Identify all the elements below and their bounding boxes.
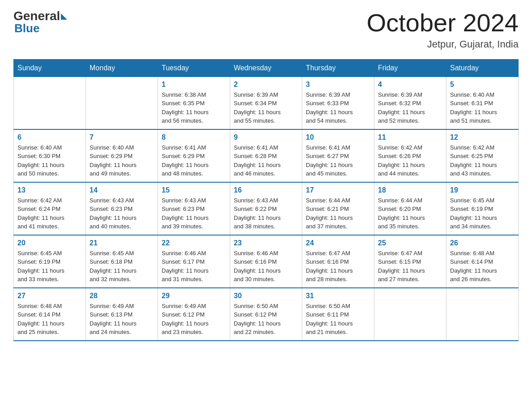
day-cell: 17Sunrise: 6:44 AM Sunset: 6:21 PM Dayli… [302, 182, 374, 235]
logo: General Blue [13, 9, 67, 35]
week-row-5: 27Sunrise: 6:48 AM Sunset: 6:14 PM Dayli… [14, 288, 519, 341]
header-sunday: Sunday [14, 59, 86, 77]
day-cell: 1Sunrise: 6:38 AM Sunset: 6:35 PM Daylig… [158, 77, 230, 129]
day-cell: 7Sunrise: 6:40 AM Sunset: 6:29 PM Daylig… [86, 129, 158, 182]
day-cell: 31Sunrise: 6:50 AM Sunset: 6:11 PM Dayli… [302, 288, 374, 341]
day-number: 5 [450, 81, 515, 89]
day-cell: 16Sunrise: 6:43 AM Sunset: 6:22 PM Dayli… [230, 182, 302, 235]
day-info: Sunrise: 6:49 AM Sunset: 6:13 PM Dayligh… [90, 302, 154, 337]
day-info: Sunrise: 6:45 AM Sunset: 6:19 PM Dayligh… [450, 196, 515, 231]
day-info: Sunrise: 6:41 AM Sunset: 6:27 PM Dayligh… [306, 143, 370, 178]
day-number: 11 [378, 133, 442, 141]
day-cell: 6Sunrise: 6:40 AM Sunset: 6:30 PM Daylig… [14, 129, 86, 182]
day-number: 6 [17, 133, 82, 141]
day-number: 21 [90, 239, 154, 247]
day-info: Sunrise: 6:42 AM Sunset: 6:24 PM Dayligh… [17, 196, 82, 231]
day-info: Sunrise: 6:45 AM Sunset: 6:19 PM Dayligh… [17, 249, 82, 284]
day-cell: 24Sunrise: 6:47 AM Sunset: 6:16 PM Dayli… [302, 235, 374, 288]
week-row-1: 1Sunrise: 6:38 AM Sunset: 6:35 PM Daylig… [14, 77, 519, 129]
day-info: Sunrise: 6:40 AM Sunset: 6:29 PM Dayligh… [90, 143, 154, 178]
main-title: October 2024 [367, 9, 519, 37]
day-info: Sunrise: 6:38 AM Sunset: 6:35 PM Dayligh… [162, 90, 226, 125]
day-number: 22 [162, 239, 226, 247]
day-cell: 10Sunrise: 6:41 AM Sunset: 6:27 PM Dayli… [302, 129, 374, 182]
day-cell: 26Sunrise: 6:48 AM Sunset: 6:14 PM Dayli… [446, 235, 519, 288]
title-block: October 2024 Jetpur, Gujarat, India [367, 9, 519, 50]
day-info: Sunrise: 6:43 AM Sunset: 6:23 PM Dayligh… [162, 196, 226, 231]
day-number: 18 [378, 186, 442, 194]
day-cell: 4Sunrise: 6:39 AM Sunset: 6:32 PM Daylig… [374, 77, 446, 129]
day-info: Sunrise: 6:46 AM Sunset: 6:17 PM Dayligh… [162, 249, 226, 284]
day-cell: 18Sunrise: 6:44 AM Sunset: 6:20 PM Dayli… [374, 182, 446, 235]
day-info: Sunrise: 6:39 AM Sunset: 6:33 PM Dayligh… [306, 90, 370, 125]
day-info: Sunrise: 6:45 AM Sunset: 6:18 PM Dayligh… [90, 249, 154, 284]
day-cell [446, 288, 519, 341]
day-cell: 19Sunrise: 6:45 AM Sunset: 6:19 PM Dayli… [446, 182, 519, 235]
day-cell [14, 77, 86, 129]
header-saturday: Saturday [446, 59, 519, 77]
day-number: 25 [378, 239, 442, 247]
day-info: Sunrise: 6:41 AM Sunset: 6:28 PM Dayligh… [234, 143, 298, 178]
day-cell: 29Sunrise: 6:49 AM Sunset: 6:12 PM Dayli… [158, 288, 230, 341]
day-info: Sunrise: 6:50 AM Sunset: 6:12 PM Dayligh… [234, 302, 298, 337]
day-info: Sunrise: 6:49 AM Sunset: 6:12 PM Dayligh… [162, 302, 226, 337]
day-number: 2 [234, 81, 298, 89]
day-info: Sunrise: 6:43 AM Sunset: 6:23 PM Dayligh… [90, 196, 154, 231]
header-wednesday: Wednesday [230, 59, 302, 77]
day-number: 20 [17, 239, 82, 247]
day-cell: 13Sunrise: 6:42 AM Sunset: 6:24 PM Dayli… [14, 182, 86, 235]
day-cell [86, 77, 158, 129]
header-row: SundayMondayTuesdayWednesdayThursdayFrid… [14, 59, 519, 77]
day-number: 19 [450, 186, 515, 194]
day-cell: 20Sunrise: 6:45 AM Sunset: 6:19 PM Dayli… [14, 235, 86, 288]
day-info: Sunrise: 6:43 AM Sunset: 6:22 PM Dayligh… [234, 196, 298, 231]
day-cell: 11Sunrise: 6:42 AM Sunset: 6:26 PM Dayli… [374, 129, 446, 182]
day-number: 9 [234, 133, 298, 141]
day-cell: 27Sunrise: 6:48 AM Sunset: 6:14 PM Dayli… [14, 288, 86, 341]
day-cell: 15Sunrise: 6:43 AM Sunset: 6:23 PM Dayli… [158, 182, 230, 235]
day-info: Sunrise: 6:40 AM Sunset: 6:30 PM Dayligh… [17, 143, 82, 178]
day-cell: 30Sunrise: 6:50 AM Sunset: 6:12 PM Dayli… [230, 288, 302, 341]
calendar-table: SundayMondayTuesdayWednesdayThursdayFrid… [13, 59, 519, 341]
day-info: Sunrise: 6:44 AM Sunset: 6:20 PM Dayligh… [378, 196, 442, 231]
day-number: 30 [234, 292, 298, 300]
day-cell: 22Sunrise: 6:46 AM Sunset: 6:17 PM Dayli… [158, 235, 230, 288]
day-cell: 14Sunrise: 6:43 AM Sunset: 6:23 PM Dayli… [86, 182, 158, 235]
header-thursday: Thursday [302, 59, 374, 77]
day-number: 26 [450, 239, 515, 247]
day-number: 10 [306, 133, 370, 141]
day-info: Sunrise: 6:42 AM Sunset: 6:26 PM Dayligh… [378, 143, 442, 178]
day-cell: 8Sunrise: 6:41 AM Sunset: 6:29 PM Daylig… [158, 129, 230, 182]
calendar-header: SundayMondayTuesdayWednesdayThursdayFrid… [14, 59, 519, 77]
day-number: 15 [162, 186, 226, 194]
day-number: 12 [450, 133, 515, 141]
calendar-body: 1Sunrise: 6:38 AM Sunset: 6:35 PM Daylig… [14, 77, 519, 341]
day-number: 28 [90, 292, 154, 300]
day-cell: 21Sunrise: 6:45 AM Sunset: 6:18 PM Dayli… [86, 235, 158, 288]
day-info: Sunrise: 6:44 AM Sunset: 6:21 PM Dayligh… [306, 196, 370, 231]
week-row-2: 6Sunrise: 6:40 AM Sunset: 6:30 PM Daylig… [14, 129, 519, 182]
day-info: Sunrise: 6:41 AM Sunset: 6:29 PM Dayligh… [162, 143, 226, 178]
day-info: Sunrise: 6:47 AM Sunset: 6:15 PM Dayligh… [378, 249, 442, 284]
day-number: 7 [90, 133, 154, 141]
day-number: 14 [90, 186, 154, 194]
day-cell: 12Sunrise: 6:42 AM Sunset: 6:25 PM Dayli… [446, 129, 519, 182]
day-info: Sunrise: 6:39 AM Sunset: 6:32 PM Dayligh… [378, 90, 442, 125]
week-row-4: 20Sunrise: 6:45 AM Sunset: 6:19 PM Dayli… [14, 235, 519, 288]
day-cell: 2Sunrise: 6:39 AM Sunset: 6:34 PM Daylig… [230, 77, 302, 129]
day-info: Sunrise: 6:48 AM Sunset: 6:14 PM Dayligh… [450, 249, 515, 284]
header-friday: Friday [374, 59, 446, 77]
header-tuesday: Tuesday [158, 59, 230, 77]
day-number: 16 [234, 186, 298, 194]
day-number: 1 [162, 81, 226, 89]
day-cell: 25Sunrise: 6:47 AM Sunset: 6:15 PM Dayli… [374, 235, 446, 288]
page-header: General Blue October 2024 Jetpur, Gujara… [13, 9, 519, 50]
day-info: Sunrise: 6:40 AM Sunset: 6:31 PM Dayligh… [450, 90, 515, 125]
subtitle: Jetpur, Gujarat, India [367, 39, 519, 50]
day-number: 17 [306, 186, 370, 194]
day-number: 4 [378, 81, 442, 89]
day-cell: 9Sunrise: 6:41 AM Sunset: 6:28 PM Daylig… [230, 129, 302, 182]
header-monday: Monday [86, 59, 158, 77]
day-cell: 23Sunrise: 6:46 AM Sunset: 6:16 PM Dayli… [230, 235, 302, 288]
day-number: 29 [162, 292, 226, 300]
